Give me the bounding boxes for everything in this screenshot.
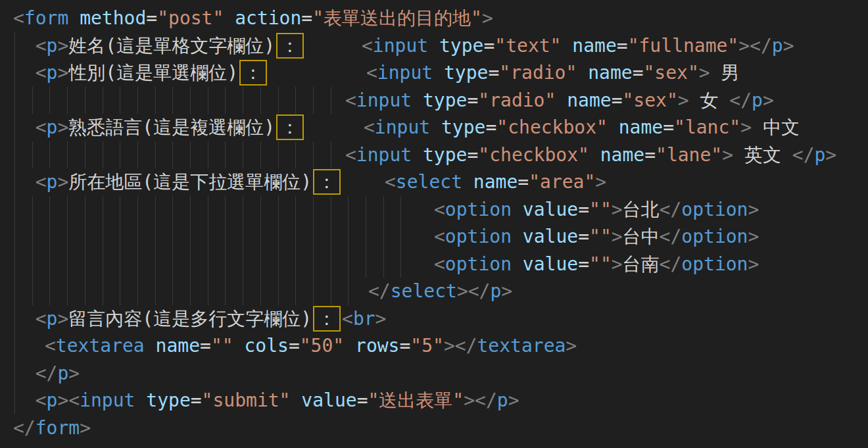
code-line: <p>性別(這是單選欄位)：<input type="radio" name="… <box>13 59 868 87</box>
code-token: input <box>377 62 433 84</box>
code-token: p <box>497 389 508 411</box>
code-token: select <box>391 280 457 302</box>
code-token: < <box>434 199 445 220</box>
unicode-highlight-box: ： <box>313 306 341 332</box>
code-token: 英文 <box>733 144 792 166</box>
code-token: < <box>345 89 356 111</box>
unicode-highlight-box: ： <box>276 33 304 59</box>
indent-guide <box>400 196 401 224</box>
indent-guide <box>243 223 243 251</box>
indent-guide <box>137 87 138 114</box>
code-token: </ <box>660 199 682 220</box>
indent-guide <box>208 196 208 224</box>
indent-guide <box>14 59 15 87</box>
code-token: type <box>412 144 467 166</box>
code-token <box>13 35 36 57</box>
code-token: = <box>289 335 300 357</box>
code-token: type <box>433 62 488 84</box>
code-token: = <box>488 62 499 84</box>
code-token: "area" <box>529 171 595 193</box>
code-token: > <box>738 35 750 57</box>
code-token: = <box>633 62 644 84</box>
code-token: </ <box>368 280 391 302</box>
code-segment: </p> <box>13 362 80 384</box>
code-token: p <box>57 362 68 384</box>
code-line: <input type="radio" name="sex"> 女 </p> <box>13 87 868 114</box>
code-segment: <p><input type="submit" value="送出表單"></p… <box>13 389 519 411</box>
code-segment: <option value="">台北</option> <box>434 196 759 224</box>
indent-guide <box>103 196 103 224</box>
code-segment: <option value="">台中</option> <box>434 223 759 251</box>
indent-guide <box>155 141 156 169</box>
code-token: p <box>47 116 58 138</box>
code-line: <form method="post" action="表單送出的目的地"> <box>13 5 868 32</box>
indent-guide <box>49 251 50 278</box>
code-token: = <box>617 35 628 57</box>
indent-guide <box>260 141 261 169</box>
code-token: > <box>699 62 710 84</box>
indent-guide <box>225 251 226 278</box>
code-line: <p>留言內容(這是多行文字欄位)：<br> <box>13 305 868 333</box>
code-token: p <box>772 35 783 57</box>
code-token: select <box>396 171 462 193</box>
code-token: > <box>57 171 68 193</box>
code-line: <option value="">台南</option> <box>13 251 868 278</box>
indent-guide <box>190 141 191 169</box>
indent-guide <box>243 196 243 224</box>
code-line: <p>姓名(這是單格文字欄位)：<input type="text" name=… <box>13 32 868 60</box>
code-token: p <box>752 89 763 111</box>
code-token: < <box>36 35 47 57</box>
code-segment: <input type="radio" name="sex"> 女 </p> <box>345 87 774 114</box>
indent-guide <box>67 196 68 224</box>
code-token: = <box>191 389 202 411</box>
code-token: rows <box>344 335 399 357</box>
indent-guide <box>331 196 331 224</box>
code-token: < <box>362 35 373 57</box>
indent-guide <box>103 141 103 169</box>
unicode-highlight-box: ： <box>276 114 304 140</box>
indent-guide <box>155 278 156 305</box>
code-token: 女 <box>689 89 730 111</box>
indent-guide <box>225 87 226 114</box>
code-token: > <box>375 308 387 330</box>
code-token: cols <box>233 335 289 357</box>
code-segment: <p>性別(這是單選欄位)： <box>13 62 268 84</box>
code-token: < <box>36 62 47 84</box>
code-token: < <box>68 389 80 411</box>
indent-guide <box>49 223 50 251</box>
code-token: value <box>290 389 356 411</box>
indent-guide <box>190 196 191 224</box>
indent-guide <box>49 278 50 305</box>
code-token: 熟悉語言(這是複選欄位) <box>68 116 275 138</box>
code-token: option <box>445 199 512 220</box>
indent-guide <box>14 168 15 196</box>
indent-guide <box>190 278 191 305</box>
code-token: = <box>612 89 623 111</box>
code-token: option <box>681 199 748 220</box>
code-editor[interactable]: <form method="post" action="表單送出的目的地"> <… <box>0 0 868 448</box>
code-token: </ <box>660 226 682 247</box>
code-token: p <box>490 280 501 302</box>
code-token: option <box>681 226 748 247</box>
indent-guide <box>208 141 208 169</box>
indent-guide <box>49 87 50 114</box>
code-token: < <box>13 7 24 29</box>
code-token: "sex" <box>622 89 677 111</box>
indent-guide <box>190 223 191 251</box>
indent-guide <box>208 278 208 305</box>
code-token: name <box>556 89 611 111</box>
indent-guide <box>348 278 349 305</box>
indent-guide <box>295 251 296 278</box>
indent-guide <box>85 223 85 251</box>
indent-guide <box>190 87 191 114</box>
code-token: > <box>612 253 623 275</box>
code-token: = <box>467 144 478 166</box>
indent-guide <box>120 87 120 114</box>
code-token: > <box>57 116 68 138</box>
code-token: "fullname" <box>628 35 739 57</box>
code-token: = <box>644 144 656 166</box>
code-token: "lanc" <box>674 116 740 138</box>
code-token: p <box>47 171 58 193</box>
indent-guide <box>260 223 261 251</box>
code-segment: <p>所在地區(這是下拉選單欄位)： <box>13 171 342 193</box>
